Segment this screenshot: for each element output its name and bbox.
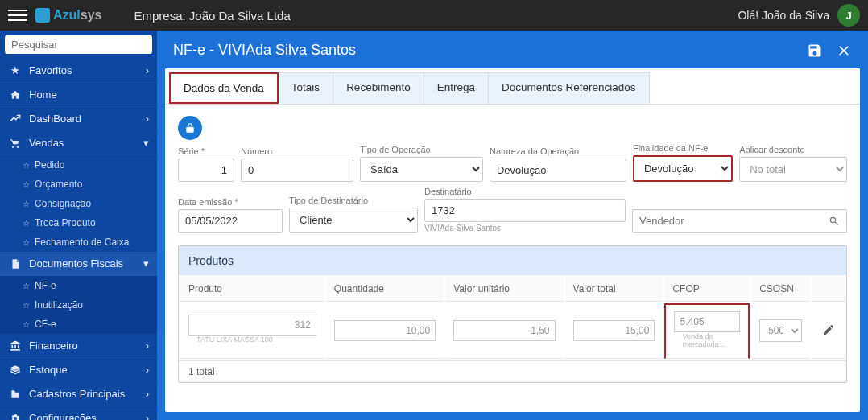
select-tipo-operacao[interactable]: Saída — [360, 157, 483, 182]
edit-icon[interactable] — [822, 323, 835, 336]
input-vendedor[interactable] — [632, 209, 821, 233]
sidebar-item-label: Cadastros Principais — [29, 388, 125, 400]
input-natureza[interactable] — [490, 159, 626, 182]
label-tipo-destinatario: Tipo de Destinatário — [289, 196, 418, 205]
tab-documentos-referenciados[interactable]: Documentos Referenciados — [489, 72, 650, 104]
sidebar-search-input[interactable] — [11, 39, 147, 51]
th-valor-unitario: Valor unitário — [445, 277, 563, 302]
sidebar-item-home[interactable]: Home — [0, 83, 157, 107]
sidebar-item-configuracoes[interactable]: Configurações › — [0, 406, 157, 420]
label-tipo-operacao: Tipo de Operação — [360, 145, 483, 154]
th-valor-total: Valor total — [565, 277, 663, 302]
company-label: Empresa: João Da Silva Ltda — [134, 9, 290, 23]
table-row: TATU LIXA MASSA 100 Venda de mercadoria.… — [180, 303, 845, 359]
sidebar-sub-fechamento[interactable]: ☆Fechamento de Caixa — [0, 233, 157, 252]
tab-entrega[interactable]: Entrega — [424, 72, 489, 104]
cell-cfop[interactable] — [674, 311, 740, 332]
chevron-right-icon: › — [146, 388, 149, 400]
sidebar-sub-troca[interactable]: ☆Troca Produto — [0, 213, 157, 233]
sidebar-item-cadastros[interactable]: Cadastros Principais › — [0, 382, 157, 406]
sidebar-item-favoritos[interactable]: ★ Favoritos › — [0, 59, 157, 83]
input-destinatario[interactable] — [424, 199, 626, 222]
select-aplicar-desconto[interactable]: No total — [739, 157, 847, 182]
logo-text-2: sys — [81, 8, 102, 22]
sidebar-item-documentos-fiscais[interactable]: Documentos Fiscais ▾ — [0, 252, 157, 276]
logo-text-1: Azul — [53, 8, 81, 22]
search-icon — [829, 216, 840, 227]
star-icon: ☆ — [23, 200, 30, 208]
input-serie[interactable] — [178, 159, 234, 182]
sidebar-item-label: Estoque — [29, 364, 68, 376]
label-aplicar-desconto: Aplicar desconto — [739, 145, 847, 154]
tabs: Dados da Venda Totais Recebimento Entreg… — [165, 68, 860, 105]
star-icon: ☆ — [23, 301, 30, 310]
cart-icon — [8, 138, 23, 149]
star-icon: ☆ — [23, 238, 30, 247]
th-csosn: CSOSN — [751, 277, 810, 302]
sidebar-sub-orcamento[interactable]: ☆Orçamento — [0, 175, 157, 194]
save-icon[interactable] — [807, 43, 823, 59]
gear-icon — [8, 413, 23, 421]
chevron-right-icon: › — [146, 113, 149, 125]
topbar: Azulsys Empresa: João Da Silva Ltda Olá!… — [0, 0, 868, 31]
chevron-down-icon: ▾ — [143, 137, 149, 149]
sidebar-item-label: Home — [29, 89, 57, 101]
cell-valor-unitario[interactable] — [453, 320, 555, 341]
vendedor-search-button[interactable] — [821, 209, 847, 233]
star-icon: ☆ — [23, 320, 30, 329]
document-icon — [8, 258, 23, 270]
tab-dados-venda[interactable]: Dados da Venda — [169, 72, 279, 104]
input-numero[interactable] — [241, 159, 353, 182]
table-footer: 1 total — [179, 360, 846, 382]
sidebar-sub-pedido[interactable]: ☆Pedido — [0, 155, 157, 175]
star-icon: ☆ — [23, 161, 30, 170]
input-data-emissao[interactable] — [178, 209, 283, 233]
tab-totais[interactable]: Totais — [279, 72, 333, 104]
sidebar-item-dashboard[interactable]: DashBoard › — [0, 107, 157, 131]
tab-recebimento[interactable]: Recebimento — [333, 72, 424, 104]
close-icon[interactable] — [836, 43, 852, 59]
sidebar-sub-consignacao[interactable]: ☆Consignação — [0, 194, 157, 213]
page-header: NF-e - VIVIAda Silva Santos — [157, 31, 868, 68]
lock-icon — [184, 122, 196, 134]
products-title: Produtos — [179, 246, 846, 275]
cell-valor-total[interactable] — [573, 320, 655, 341]
page-title: NF-e - VIVIAda Silva Santos — [173, 42, 356, 59]
home-icon — [8, 89, 23, 101]
sidebar-sub-inutilizacao[interactable]: ☆Inutilização — [0, 295, 157, 315]
sidebar-item-financeiro[interactable]: Financeiro › — [0, 334, 157, 358]
bank-icon — [8, 340, 23, 352]
th-quantidade: Quantidade — [326, 277, 444, 302]
sidebar-item-estoque[interactable]: Estoque › — [0, 358, 157, 382]
sidebar-search[interactable] — [5, 35, 152, 54]
chevron-right-icon: › — [146, 364, 149, 376]
select-tipo-destinatario[interactable]: Cliente — [289, 208, 418, 233]
cell-quantidade[interactable] — [334, 320, 436, 341]
label-data-emissao: Data emissão * — [178, 197, 283, 207]
label-vendedor — [632, 197, 847, 207]
label-finalidade: Finalidade da NF-e — [633, 143, 733, 153]
logo[interactable]: Azulsys — [35, 8, 101, 23]
sidebar-sub-nfe[interactable]: ☆NF-e — [0, 276, 157, 295]
form-area: Série * Número Tipo de Operação Saída Na… — [165, 105, 860, 394]
star-icon: ☆ — [23, 180, 30, 189]
menu-toggle-button[interactable] — [8, 10, 27, 21]
cell-produto[interactable] — [188, 315, 316, 336]
cell-cfop-helper: Venda de mercadoria... — [674, 332, 740, 352]
sidebar-sub-cfe[interactable]: ☆CF-e — [0, 315, 157, 334]
sidebar-item-label: Financeiro — [29, 340, 78, 352]
avatar[interactable]: J — [837, 4, 860, 27]
sidebar-item-label: Documentos Fiscais — [29, 257, 123, 270]
label-destinatario: Destinatário — [424, 187, 626, 196]
chart-icon — [8, 113, 23, 125]
select-finalidade[interactable]: Devolução — [633, 155, 733, 182]
sidebar-item-vendas[interactable]: Vendas ▾ — [0, 131, 157, 155]
sidebar-item-label: Configurações — [29, 412, 97, 420]
th-cfop: CFOP — [664, 277, 750, 302]
lock-button[interactable] — [178, 116, 202, 140]
sidebar: ★ Favoritos › Home DashBoard › Vendas ▾ … — [0, 31, 157, 420]
label-numero: Número — [241, 146, 353, 156]
sidebar-item-label: Vendas — [29, 137, 64, 149]
cell-csosn[interactable]: 500 — [759, 319, 802, 342]
folder-icon — [8, 389, 23, 400]
